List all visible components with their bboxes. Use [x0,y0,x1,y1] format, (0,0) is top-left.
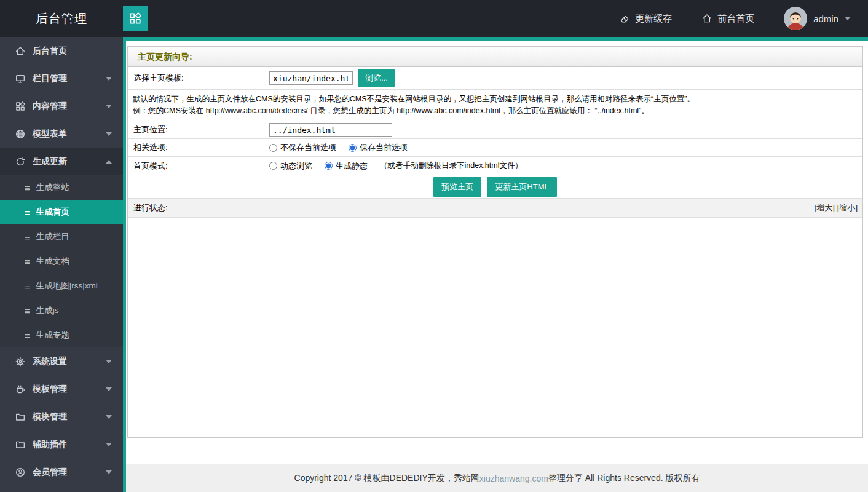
sidebar-item-label: 生成更新 [33,156,99,167]
sidebar-item-label: 内容管理 [33,101,99,112]
action-buttons-row: 预览主页 更新主页HTML [128,175,862,199]
dynamic-radio[interactable] [269,162,277,170]
sidebar: 后台首页 栏目管理 内容管理 模型表单 生成更新 ≡ [0,37,123,492]
user-circle-icon [15,467,26,478]
grid-icon [129,12,141,25]
save-radio[interactable] [349,144,357,152]
front-site-link[interactable]: 前台首页 [701,13,754,25]
home-icon [701,13,712,24]
globe-icon [15,129,26,140]
update-cache-label: 更新缓存 [635,13,672,25]
list-icon: ≡ [25,208,30,217]
user-menu[interactable]: admin [784,7,851,30]
sidebar-item-label: 栏目管理 [33,73,99,84]
static-label: 生成静态 [336,161,368,172]
mode-dynamic[interactable]: 动态浏览 [269,161,312,172]
submenu-item-generate-sitemap[interactable]: ≡ 生成地图|rss|xml [0,274,123,298]
avatar [784,7,807,30]
submenu-item-label: 生成首页 [36,207,69,218]
sidebar-item-columns[interactable]: 栏目管理 [0,65,123,92]
gear-icon [15,356,26,367]
folder-icon [15,411,26,423]
username: admin [813,14,838,24]
sidebar-item-label: 模块管理 [33,411,99,423]
submenu-item-label: 生成专题 [36,330,69,341]
chevron-down-icon [106,360,112,363]
template-input[interactable] [269,71,353,85]
submenu-item-generate-js[interactable]: ≡ 生成js [0,298,123,323]
mode-label: 首页模式: [128,157,264,175]
status-row: 进行状态: [增大] [缩小] [128,199,862,218]
grid-icon [15,101,26,112]
page-footer: Copyright 2017 © 模板由DEDEDIY开发，秀站网xiuzhan… [126,464,868,492]
preview-homepage-button[interactable]: 预览主页 [433,177,481,197]
browse-button[interactable]: 浏览... [358,69,395,87]
position-input[interactable] [269,123,392,137]
update-cache-link[interactable]: 更新缓存 [619,13,672,25]
status-output-area [128,218,862,437]
submenu-item-label: 生成地图|rss|xml [36,280,98,292]
sidebar-item-template-management[interactable]: 模板管理 [0,375,123,403]
sidebar-item-label: 系统设置 [33,356,99,367]
front-site-label: 前台首页 [717,13,754,25]
submenu-item-label: 生成js [36,305,59,316]
sidebar-item-content[interactable]: 内容管理 [0,92,123,120]
copyright-prefix: Copyright 2017 © 模板由DEDEDIY开发，秀站网 [294,473,479,484]
static-radio[interactable] [325,162,333,170]
cup-icon [15,384,26,395]
chevron-down-icon [845,17,851,20]
submenu-item-generate-special[interactable]: ≡ 生成专题 [0,323,123,347]
description-line-2: 例：您的CMS安装在 http://www.abc.com/dedecms/ 目… [133,105,862,117]
update-homepage-html-button[interactable]: 更新主页HTML [487,177,556,197]
option-save[interactable]: 保存当前选项 [349,142,408,153]
sidebar-item-module-management[interactable]: 模块管理 [0,403,123,430]
homepage-update-panel: 主页更新向导: 选择主页模板: 浏览... 默认的情况下，生成的主页文件放在CM… [127,46,863,438]
sidebar-item-label: 辅助插件 [33,439,99,450]
no-save-radio[interactable] [269,144,277,152]
list-icon: ≡ [25,183,30,192]
list-icon: ≡ [25,232,30,242]
sidebar-item-auxiliary-plugins[interactable]: 辅助插件 [0,430,123,458]
mode-static[interactable]: 生成静态 [325,161,368,172]
position-label: 主页位置: [128,121,264,138]
sidebar-item-generate[interactable]: 生成更新 [0,148,123,175]
list-icon: ≡ [25,331,30,340]
chevron-down-icon [106,387,112,391]
enlarge-link[interactable]: [增大] [815,202,835,213]
refresh-icon [15,156,26,167]
sidebar-item-member-management[interactable]: 会员管理 [0,458,123,486]
sidebar-item-dashboard[interactable]: 后台首页 [0,37,123,65]
no-save-label: 不保存当前选项 [280,142,336,153]
submenu-item-generate-columns[interactable]: ≡ 生成栏目 [0,224,123,249]
sidebar-item-label: 后台首页 [33,46,112,57]
template-row: 选择主页模板: 浏览... [128,67,862,90]
submenu-item-label: 生成栏目 [36,231,69,242]
chevron-up-icon [106,160,112,164]
sidebar-item-model-forms[interactable]: 模型表单 [0,120,123,148]
chevron-down-icon [106,415,112,419]
sidebar-item-label: 模型表单 [33,129,99,140]
home-icon [15,46,26,57]
dynamic-label: 动态浏览 [280,161,312,172]
mode-note: （或者手动删除根目录下index.html文件） [380,161,523,171]
submenu-item-generate-whole-site[interactable]: ≡ 生成整站 [0,175,123,200]
main-content: 主页更新向导: 选择主页模板: 浏览... 默认的情况下，生成的主页文件放在CM… [123,37,868,492]
list-icon: ≡ [25,257,30,266]
submenu-item-generate-homepage[interactable]: ≡ 生成首页 [0,200,123,224]
options-label: 相关选项: [128,139,264,156]
generate-submenu: ≡ 生成整站 ≡ 生成首页 ≡ 生成栏目 ≡ 生成文档 ≡ 生成地图|rss|x… [0,175,123,347]
topbar: 后台管理 更新缓存 前台首页 [0,0,868,37]
sidebar-item-label: 模板管理 [33,384,99,395]
submenu-item-label: 生成整站 [36,182,69,193]
app-title: 后台管理 [0,10,123,27]
submenu-item-label: 生成文档 [36,256,69,267]
submenu-item-generate-documents[interactable]: ≡ 生成文档 [0,249,123,274]
list-icon: ≡ [25,282,30,291]
copyright-suffix: 整理分享 All Rights Reserved. 版权所有 [548,473,700,484]
sidebar-item-system-settings[interactable]: 系统设置 [0,347,123,375]
option-no-save[interactable]: 不保存当前选项 [269,142,336,153]
sidebar-toggle-button[interactable] [123,6,148,31]
list-icon: ≡ [25,306,30,315]
footer-site-link[interactable]: xiuzhanwang.com [479,474,548,483]
shrink-link[interactable]: [缩小] [837,202,858,213]
